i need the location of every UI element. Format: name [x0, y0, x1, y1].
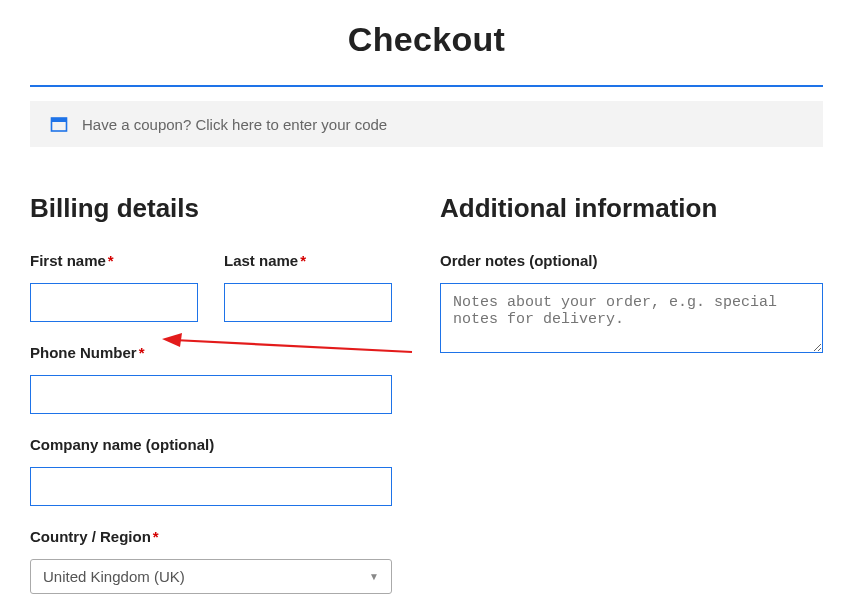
last-name-input[interactable] — [224, 283, 392, 322]
country-label: Country / Region* — [30, 528, 392, 545]
order-notes-textarea[interactable] — [440, 283, 823, 353]
billing-heading: Billing details — [30, 193, 392, 224]
required-mark: * — [108, 252, 114, 269]
country-select[interactable]: United Kingdom (UK) ▼ — [30, 559, 392, 594]
calendar-icon — [50, 115, 68, 133]
company-label: Company name (optional) — [30, 436, 392, 453]
svg-rect-1 — [52, 118, 67, 122]
company-input[interactable] — [30, 467, 392, 506]
last-name-label: Last name* — [224, 252, 392, 269]
required-mark: * — [153, 528, 159, 545]
order-notes-label: Order notes (optional) — [440, 252, 823, 269]
phone-label: Phone Number* — [30, 344, 392, 361]
required-mark: * — [139, 344, 145, 361]
page-title: Checkout — [30, 20, 823, 59]
coupon-notice[interactable]: Have a coupon? Click here to enter your … — [30, 101, 823, 147]
required-mark: * — [300, 252, 306, 269]
first-name-input[interactable] — [30, 283, 198, 322]
first-name-label: First name* — [30, 252, 198, 269]
phone-input[interactable] — [30, 375, 392, 414]
caret-down-icon: ▼ — [369, 571, 379, 582]
country-value: United Kingdom (UK) — [43, 568, 185, 585]
additional-heading: Additional information — [440, 193, 823, 224]
coupon-text: Have a coupon? Click here to enter your … — [82, 116, 387, 133]
divider — [30, 85, 823, 87]
